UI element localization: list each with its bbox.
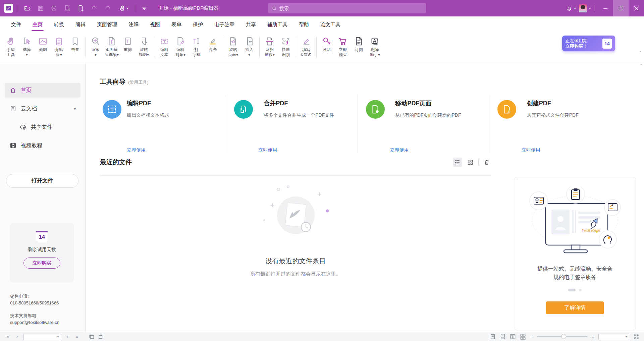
last-page-button[interactable]: » bbox=[74, 334, 80, 339]
zoom-button[interactable]: 缩放 ▾ bbox=[88, 35, 104, 57]
search-input[interactable] bbox=[279, 6, 423, 11]
continuous-view-icon[interactable] bbox=[500, 334, 506, 340]
translate-assistant-button[interactable]: 翻译 助手▾ bbox=[367, 35, 383, 57]
use-now-link[interactable]: 立即使用 bbox=[258, 147, 277, 153]
clipboard-button[interactable]: 剪贴 板▾ bbox=[51, 35, 67, 57]
ribbon-collapse-icon[interactable]: ⌃ bbox=[639, 50, 642, 55]
zoom-in-button[interactable]: + bbox=[591, 334, 594, 340]
tool-card-merge-pdf[interactable]: 合并PDF 将多个文件合并生成一个PDF文件 立即使用 bbox=[226, 95, 357, 153]
from-scanner-button[interactable]: 从扫 描仪▾ bbox=[262, 35, 278, 57]
menu-share[interactable]: 共享 bbox=[241, 16, 260, 33]
tool-card-create-pdf[interactable]: 创建PDF 从其它格式文件创建PDF 立即使用 bbox=[489, 95, 621, 153]
previous-view-icon[interactable] bbox=[89, 334, 95, 339]
rotate-view-button[interactable]: 旋转 视图▾ bbox=[136, 35, 152, 57]
buy-now-button[interactable]: 立即 购买 bbox=[335, 35, 351, 57]
previous-page-button[interactable]: ‹ bbox=[14, 334, 20, 339]
zoom-percent-box[interactable]: ▾ bbox=[598, 334, 629, 340]
menu-comment[interactable]: 注释 bbox=[124, 16, 143, 33]
scroll-up-arrow[interactable]: ⌃ bbox=[640, 63, 643, 67]
toolbar-divider bbox=[296, 37, 296, 58]
next-page-button[interactable]: › bbox=[64, 334, 70, 339]
select-tool-button[interactable]: 选择 ▾ bbox=[19, 35, 35, 57]
menu-home[interactable]: 主页 bbox=[28, 16, 47, 33]
open-file-button[interactable]: 打开文件 bbox=[6, 174, 78, 188]
first-page-button[interactable]: « bbox=[5, 334, 11, 339]
use-now-link[interactable]: 立即使用 bbox=[127, 147, 146, 153]
menu-edit[interactable]: 编辑 bbox=[71, 16, 90, 33]
zoom-percent-caret-icon[interactable]: ▾ bbox=[624, 335, 629, 338]
menu-convert[interactable]: 转换 bbox=[50, 16, 68, 33]
trial-banner[interactable]: 正在试用期 立即购买！ 14 bbox=[562, 36, 615, 51]
facing-continuous-view-icon[interactable] bbox=[520, 334, 526, 340]
page-fit-options-button[interactable]: 页面适 应选项▾ bbox=[104, 35, 120, 57]
page-number-box[interactable]: ▾ bbox=[23, 334, 61, 340]
sidebar-buy-now-button[interactable]: 立即购买 bbox=[23, 258, 60, 269]
rotate-pages-button[interactable]: 旋转 页面▾ bbox=[225, 35, 241, 57]
tool-card-edit-pdf[interactable]: 编辑PDF 编辑文档和文本格式 立即使用 bbox=[100, 95, 226, 153]
menu-view[interactable]: 视图 bbox=[146, 16, 164, 33]
account-caret-icon[interactable]: ▾ bbox=[589, 7, 591, 10]
use-now-link[interactable]: 立即使用 bbox=[390, 147, 409, 153]
activate-button[interactable]: 激活 bbox=[319, 35, 335, 52]
use-now-link[interactable]: 立即使用 bbox=[522, 147, 540, 153]
sidebar-item-home[interactable]: 首页 bbox=[5, 83, 80, 98]
hand-tool-icon[interactable]: ▾ bbox=[117, 4, 130, 13]
tool-card-move-pdf-pages[interactable]: 移动PDF页面 从已有的PDF页面创建新的PDF 立即使用 bbox=[358, 95, 489, 153]
menu-paper-tools[interactable]: 论文工具 bbox=[316, 16, 345, 33]
minimize-button[interactable] bbox=[598, 0, 613, 16]
sidebar-item-cloud-docs[interactable]: 云文档 ▾ bbox=[5, 101, 80, 116]
carousel-dot[interactable] bbox=[579, 289, 582, 291]
grid-view-button[interactable] bbox=[466, 158, 475, 167]
edit-text-button[interactable]: 编辑 文本 bbox=[156, 35, 172, 57]
page-number-caret-icon[interactable]: ▾ bbox=[55, 335, 61, 338]
edit-object-button[interactable]: 编辑 对象▾ bbox=[172, 35, 189, 57]
fullscreen-icon[interactable] bbox=[633, 334, 639, 340]
menu-protect[interactable]: 保护 bbox=[189, 16, 207, 33]
clear-recent-trash-button[interactable] bbox=[482, 158, 491, 167]
new-document-icon[interactable] bbox=[76, 4, 85, 13]
print-icon bbox=[50, 4, 58, 13]
single-page-view-icon[interactable] bbox=[490, 334, 496, 340]
quick-ocr-button[interactable]: OCR 快速 识别 bbox=[278, 35, 294, 57]
bookmark-button[interactable]: 书签 bbox=[67, 35, 83, 52]
open-file-icon[interactable] bbox=[23, 4, 32, 13]
support-email[interactable]: support@foxitsoftware.cn bbox=[10, 320, 59, 326]
menu-form[interactable]: 表单 bbox=[167, 16, 186, 33]
cloud-docs-caret-icon[interactable]: ▾ bbox=[74, 107, 76, 111]
menu-help[interactable]: 帮助 bbox=[294, 16, 313, 33]
sidebar-item-video-tutorials[interactable]: 视频教程 bbox=[5, 138, 80, 153]
notifications-bell-icon[interactable] bbox=[565, 4, 574, 13]
list-view-button[interactable] bbox=[453, 158, 462, 167]
insert-pages-button[interactable]: 插入 ▾ bbox=[241, 35, 257, 57]
zoom-percent-input[interactable] bbox=[599, 334, 624, 339]
menu-accessibility[interactable]: 辅助工具 bbox=[263, 16, 292, 33]
typewriter-button[interactable]: 打 字机 bbox=[189, 35, 205, 57]
carousel-dot-active[interactable] bbox=[568, 289, 576, 291]
hand-tool-button[interactable]: 手型 工具 bbox=[3, 35, 19, 57]
zoom-out-button[interactable]: − bbox=[530, 334, 533, 340]
restore-button[interactable] bbox=[613, 0, 629, 16]
zoom-slider-thumb[interactable] bbox=[561, 334, 566, 339]
zoom-slider[interactable] bbox=[537, 336, 587, 337]
sidebar-item-shared-files[interactable]: 共享文件 bbox=[15, 120, 80, 134]
subscribe-button[interactable]: 订阅 bbox=[351, 35, 367, 52]
snapshot-button[interactable]: 截图 bbox=[35, 35, 51, 52]
menu-esign[interactable]: 电子签章 bbox=[210, 16, 239, 33]
page-number-input[interactable] bbox=[24, 334, 55, 339]
user-avatar[interactable] bbox=[579, 4, 587, 12]
menu-page-management[interactable]: 页面管理 bbox=[93, 16, 121, 33]
nav-panel-toggle-icon[interactable] bbox=[140, 4, 149, 13]
close-button[interactable] bbox=[629, 0, 644, 16]
menu-file[interactable]: 文件 bbox=[7, 16, 25, 33]
titlebar: ▾ 开始 - 福昕高级PDF编辑器 ▾ ▾ bbox=[0, 0, 644, 16]
edit-text-icon bbox=[159, 36, 170, 47]
highlight-button[interactable]: 高亮 bbox=[205, 35, 221, 52]
learn-more-button[interactable]: 了解详情 bbox=[546, 301, 604, 314]
global-search[interactable] bbox=[268, 3, 426, 13]
notifications-caret-icon[interactable]: ▾ bbox=[574, 7, 576, 10]
facing-view-icon[interactable] bbox=[510, 334, 516, 340]
fill-sign-button[interactable]: 填写 &签名 bbox=[298, 35, 314, 57]
reflow-button[interactable]: 重排 bbox=[120, 35, 136, 52]
edit-object-icon bbox=[175, 36, 186, 47]
next-view-icon[interactable] bbox=[98, 334, 104, 339]
